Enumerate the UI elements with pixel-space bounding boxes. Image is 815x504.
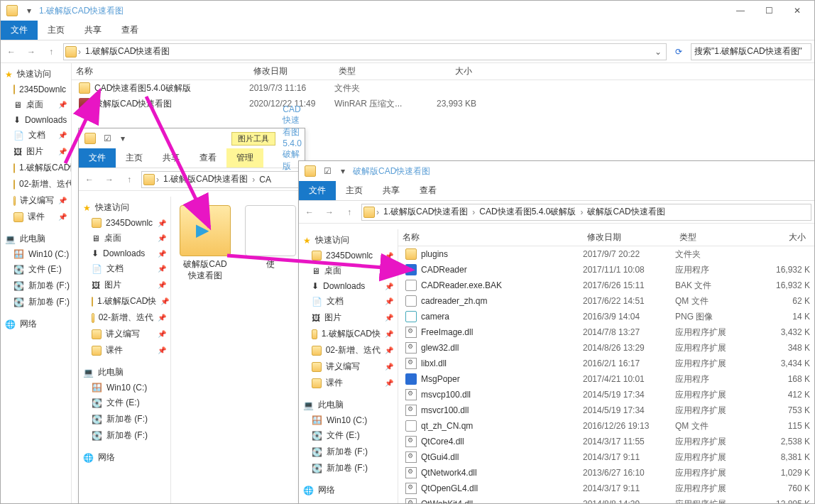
- qat-item[interactable]: ▾: [116, 131, 130, 146]
- sidebar-item[interactable]: ⬇Downloads📌: [299, 279, 398, 293]
- col-name[interactable]: 名称: [72, 65, 249, 77]
- tab-home[interactable]: 主页: [336, 181, 373, 200]
- sidebar-item[interactable]: 2345Downlc📌: [79, 216, 170, 230]
- tab-manage[interactable]: 管理: [226, 148, 263, 168]
- tab-home[interactable]: 主页: [116, 148, 153, 168]
- breadcrumb[interactable]: CAD快速看图5.4.0破解版: [476, 206, 579, 218]
- tab-share[interactable]: 共享: [75, 21, 111, 40]
- list-item[interactable]: msvcp100.dll2014/5/19 17:34应用程序扩展412 K: [398, 387, 814, 402]
- sidebar-item[interactable]: 📄文档📌: [299, 293, 398, 309]
- list-item[interactable]: cadreader_zh.qm2017/6/22 14:51QM 文件62 K: [398, 293, 814, 309]
- col-date[interactable]: 修改日期: [583, 231, 675, 243]
- tab-file[interactable]: 文件: [1, 21, 38, 40]
- column-headers[interactable]: 名称 修改日期 类型 大小: [398, 229, 814, 246]
- sidebar-quick-access[interactable]: ★快速访问: [79, 199, 170, 216]
- tab-file[interactable]: 文件: [79, 148, 116, 168]
- refresh-button[interactable]: ⟳: [671, 47, 687, 57]
- sidebar-item[interactable]: 🖼图片📌: [299, 309, 398, 326]
- list-item[interactable]: CADReader.exe.BAK2017/6/26 15:11BAK 文件16…: [398, 278, 814, 293]
- list-item[interactable]: CAD快速看图5.4.0破解版 2019/7/3 11:16文件夹: [72, 80, 814, 96]
- sidebar-network[interactable]: 🌐网络: [79, 449, 170, 466]
- titlebar[interactable]: ☑ ▾ 破解版CAD快速看图: [299, 161, 814, 181]
- sidebar-drive[interactable]: 💽新加卷 (F:): [79, 411, 170, 427]
- breadcrumb[interactable]: 1.破解版CAD快速看图: [160, 173, 251, 185]
- list-item[interactable]: camera2016/3/9 14:04PNG 图像14 K: [398, 309, 814, 324]
- qat-item[interactable]: ▾: [22, 4, 36, 18]
- sidebar-quick-access[interactable]: ★快速访问: [1, 66, 71, 82]
- breadcrumb[interactable]: 破解版CAD快速看图: [584, 206, 667, 218]
- sidebar-drive[interactable]: 💽文件 (E:): [1, 261, 71, 278]
- breadcrumb[interactable]: 1.破解版CAD快速看图: [82, 45, 173, 57]
- tab-share[interactable]: 共享: [373, 181, 410, 200]
- sidebar-item[interactable]: 🖥桌面📌: [299, 263, 398, 279]
- sidebar-item[interactable]: 🖥桌面📌: [79, 230, 170, 246]
- sidebar-item[interactable]: 02-新增、迭代📌: [1, 176, 71, 192]
- sidebar-item[interactable]: ⬇Downloads📌: [79, 246, 170, 261]
- sidebar-drive[interactable]: 🪟Win10 (C:): [79, 380, 170, 395]
- sidebar-item[interactable]: ⬇Downloads📌: [1, 113, 71, 127]
- qat-item[interactable]: ☑: [320, 164, 334, 178]
- list-item[interactable]: FreeImage.dll2014/7/8 13:27应用程序扩展3,432 K: [398, 324, 814, 340]
- list-item[interactable]: MsgPoper2017/4/21 10:01应用程序168 K: [398, 371, 814, 387]
- sidebar-item[interactable]: 1.破解版CAD快📌: [299, 326, 398, 342]
- sidebar-item[interactable]: 🖥桌面📌: [1, 97, 71, 113]
- qat-item[interactable]: ☑: [100, 131, 114, 146]
- sidebar-item[interactable]: 课件📌: [79, 342, 170, 358]
- sidebar-item[interactable]: 📄文档📌: [79, 261, 170, 277]
- sidebar-item[interactable]: 🖼图片📌: [1, 143, 71, 160]
- list-item[interactable]: CADReader2017/11/1 10:08应用程序16,932 K: [398, 262, 814, 278]
- sidebar-drive[interactable]: 💽新加卷 (F:): [79, 427, 170, 444]
- sidebar-drive[interactable]: 💽新加卷 (F:): [299, 444, 398, 460]
- tab-view[interactable]: 查看: [190, 148, 226, 168]
- sidebar-item[interactable]: 📄文档📌: [1, 127, 71, 143]
- forward-button[interactable]: →: [23, 44, 39, 60]
- sidebar-drive[interactable]: 🪟Win10 (C:): [1, 247, 71, 261]
- list-item[interactable]: msvcr100.dll2014/5/19 17:34应用程序扩展753 K: [398, 402, 814, 418]
- col-size[interactable]: 大小: [420, 65, 476, 77]
- close-button[interactable]: ✕: [783, 1, 811, 21]
- nav-pane[interactable]: ★快速访问 2345Downlc📌 🖥桌面📌 ⬇Downloads📌 📄文档📌 …: [299, 229, 398, 503]
- sidebar-quick-access[interactable]: ★快速访问: [299, 232, 398, 248]
- col-size[interactable]: 大小: [753, 231, 810, 243]
- nav-pane[interactable]: ★快速访问 2345Downlc📌 🖥桌面📌 ⬇Downloads📌 📄文档📌 …: [1, 63, 72, 503]
- sidebar-network[interactable]: 🌐网络: [299, 482, 398, 498]
- sidebar-drive[interactable]: 💽新加卷 (F:): [1, 294, 71, 310]
- sidebar-item[interactable]: 课件📌: [1, 209, 71, 225]
- titlebar[interactable]: ▾ 1.破解版CAD快速看图 — ☐ ✕: [1, 1, 814, 21]
- breadcrumb[interactable]: 1.破解版CAD快速看图: [381, 206, 471, 218]
- tab-file[interactable]: 文件: [299, 181, 336, 200]
- sidebar-drive[interactable]: 💽文件 (E:): [79, 395, 170, 411]
- forward-button[interactable]: →: [102, 172, 117, 187]
- sidebar-item[interactable]: 02-新增、迭代📌: [79, 309, 170, 326]
- forward-button[interactable]: →: [322, 204, 337, 220]
- sidebar-this-pc[interactable]: 💻此电脑: [79, 364, 170, 380]
- sidebar-item[interactable]: 讲义编写📌: [299, 358, 398, 375]
- col-type[interactable]: 类型: [334, 65, 420, 77]
- breadcrumb[interactable]: CA: [256, 175, 274, 185]
- list-item[interactable]: plugins2017/9/7 20:22文件夹: [398, 246, 814, 262]
- list-item[interactable]: 使: [245, 205, 296, 281]
- list-item[interactable]: glew32.dll2014/8/26 13:29应用程序扩展348 K: [398, 340, 814, 356]
- list-item[interactable]: QtGui4.dll2014/3/17 9:11应用程序扩展8,381 K: [398, 449, 814, 465]
- sidebar-drive[interactable]: 💽新加卷 (F:): [299, 460, 398, 476]
- tab-share[interactable]: 共享: [153, 148, 190, 168]
- list-item[interactable]: QtOpenGL4.dll2014/3/17 9:11应用程序扩展760 K: [398, 481, 814, 496]
- qat-item[interactable]: ▾: [336, 164, 350, 178]
- col-date[interactable]: 修改日期: [249, 65, 334, 77]
- sidebar-item[interactable]: 1.破解版CAD快📌: [1, 160, 71, 176]
- sidebar-item[interactable]: 1.破解版CAD快📌: [79, 293, 170, 309]
- list-item[interactable]: QtWebKit4.dll2014/8/8 14:39应用程序扩展12,805 …: [398, 496, 814, 503]
- sidebar-network[interactable]: 🌐网络: [1, 316, 71, 332]
- back-button[interactable]: ←: [302, 204, 317, 220]
- list-item[interactable]: qt_zh_CN.qm2016/12/26 19:13QM 文件115 K: [398, 418, 814, 434]
- titlebar[interactable]: ☑ ▾ 图片工具 CAD快速看图5.4.0破解版: [79, 128, 305, 148]
- back-button[interactable]: ←: [82, 172, 97, 187]
- col-type[interactable]: 类型: [675, 231, 753, 243]
- list-item[interactable]: 破解版CAD快速看图 2020/12/22 11:49WinRAR 压缩文...…: [72, 96, 814, 111]
- maximize-button[interactable]: ☐: [755, 1, 783, 21]
- nav-pane[interactable]: ★快速访问 2345Downlc📌 🖥桌面📌 ⬇Downloads📌 📄文档📌 …: [79, 197, 171, 503]
- minimize-button[interactable]: —: [726, 1, 755, 21]
- sidebar-drive[interactable]: 🪟Win10 (C:): [299, 413, 398, 427]
- sidebar-item[interactable]: 课件📌: [299, 375, 398, 391]
- list-item[interactable]: QtCore4.dll2014/3/17 11:55应用程序扩展2,538 K: [398, 434, 814, 449]
